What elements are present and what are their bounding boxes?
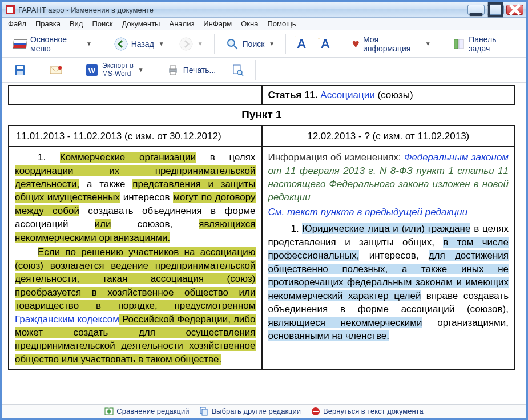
maximize-button[interactable] <box>487 5 504 15</box>
svg-rect-1 <box>489 3 502 16</box>
svg-rect-10 <box>17 71 23 75</box>
svg-line-5 <box>234 46 237 49</box>
svg-rect-0 <box>470 13 482 17</box>
menu-view[interactable]: Вид <box>65 18 88 30</box>
window-buttons <box>467 5 523 15</box>
svg-point-23 <box>107 410 111 413</box>
print-preview-button[interactable] <box>224 60 251 80</box>
font-increase-button[interactable]: A↑ <box>291 34 312 54</box>
close-button[interactable] <box>506 5 523 15</box>
return-to-text-button[interactable]: Вернуться в текст документа <box>311 407 424 416</box>
mail-button[interactable] <box>43 60 69 80</box>
my-info-button[interactable]: ♥ Моя информация ▼ <box>346 34 437 54</box>
chevron-down-icon: ▼ <box>138 67 144 73</box>
statusbar: Сравнение редакций Выбрать другие редакц… <box>2 404 526 418</box>
print-button[interactable]: Печать... <box>160 60 223 80</box>
federal-law-link[interactable]: Федеральным законом <box>404 152 509 163</box>
flag-icon <box>13 37 27 51</box>
task-panel-button[interactable]: Панель задач <box>446 34 521 54</box>
word-icon: W <box>85 63 99 77</box>
app-icon <box>6 5 15 14</box>
svg-rect-9 <box>17 66 23 69</box>
see-prev-link[interactable]: См. текст пункта в предыдущей редакции <box>268 205 509 219</box>
minimize-button[interactable] <box>467 5 485 15</box>
forward-button[interactable]: ▼ <box>173 34 209 54</box>
punkt-heading: Пункт 1 <box>9 104 515 125</box>
menu-edit[interactable]: Правка <box>31 18 65 30</box>
toolbar-secondary: W Экспорт вMS-Word ▼ Печать... <box>2 58 526 83</box>
menu-help[interactable]: Помощь <box>263 18 300 30</box>
menu-file[interactable]: Файл <box>3 18 31 30</box>
titlebar: ГАРАНТ аэро - Изменения в документе <box>2 2 526 18</box>
font-larger-icon: A↑ <box>297 37 306 51</box>
svg-point-19 <box>237 70 242 75</box>
mail-icon <box>49 63 63 77</box>
search-button[interactable]: Поиск ▼ <box>219 34 281 54</box>
svg-rect-25 <box>202 409 207 415</box>
chevron-down-icon: ▼ <box>198 41 203 47</box>
main-menu-button[interactable]: Основное меню ▼ <box>7 34 98 54</box>
menu-documents[interactable]: Документы <box>117 18 164 30</box>
back-icon <box>114 37 128 51</box>
panel-icon <box>453 37 465 51</box>
back-button[interactable]: Назад ▼ <box>108 34 171 54</box>
compare-editions-button[interactable]: Сравнение редакций <box>104 407 189 416</box>
menu-infarm[interactable]: ИнФарм <box>199 18 236 30</box>
choose-editions-button[interactable]: Выбрать другие редакции <box>199 407 301 416</box>
svg-rect-17 <box>170 72 176 75</box>
toolbar-main: Основное меню ▼ Назад ▼ ▼ Поиск ▼ <box>2 30 526 58</box>
svg-point-12 <box>58 66 62 70</box>
print-icon <box>166 63 180 77</box>
svg-text:W: W <box>88 66 96 75</box>
no-entry-icon <box>311 407 320 416</box>
font-smaller-icon: A↓ <box>321 37 330 51</box>
article-header-cell: Статья 11. Ассоциации (союзы) <box>262 86 515 104</box>
search-icon <box>225 37 239 51</box>
svg-point-4 <box>228 39 235 46</box>
date-range-right: 12.02.2013 - ? (с изм. от 11.02.2013) <box>262 126 515 147</box>
svg-rect-7 <box>459 39 463 48</box>
svg-point-2 <box>115 38 127 50</box>
comparison-table: Статья 11. Ассоциации (союзы) Пункт 1 11… <box>8 85 515 370</box>
export-word-button[interactable]: W Экспорт вMS-Word ▼ <box>79 60 150 80</box>
forward-icon <box>179 37 193 51</box>
date-range-left: 11.01.2013 - 11.02.2013 (с изм. от 30.12… <box>9 126 262 147</box>
chevron-down-icon: ▼ <box>86 41 92 47</box>
svg-point-3 <box>180 38 192 50</box>
window-title: ГАРАНТ аэро - Изменения в документе <box>18 6 154 14</box>
compare-icon <box>104 407 114 416</box>
svg-rect-27 <box>313 411 319 412</box>
document-content: Статья 11. Ассоциации (союзы) Пункт 1 11… <box>2 83 526 404</box>
font-decrease-button[interactable]: A↓ <box>315 34 336 54</box>
article-link[interactable]: Ассоциации <box>320 90 374 100</box>
old-version-cell: 1. Коммерческие организации в целях коор… <box>9 147 262 370</box>
chevron-down-icon: ▼ <box>159 41 164 47</box>
svg-line-20 <box>241 74 243 76</box>
disk-icon <box>13 63 27 77</box>
save-button[interactable] <box>7 60 33 80</box>
svg-rect-6 <box>454 39 458 48</box>
svg-rect-16 <box>170 66 176 69</box>
menubar: Файл Правка Вид Поиск Документы Анализ И… <box>2 18 526 30</box>
empty-cell <box>9 86 262 104</box>
chevron-down-icon: ▼ <box>425 41 431 47</box>
chevron-down-icon: ▼ <box>269 41 275 47</box>
menu-search[interactable]: Поиск <box>87 18 117 30</box>
menu-windows[interactable]: Окна <box>236 18 263 30</box>
app-window: ГАРАНТ аэро - Изменения в документе Файл… <box>2 2 526 418</box>
choose-icon <box>199 407 208 416</box>
civil-code-link[interactable]: Гражданским кодексом <box>15 314 119 325</box>
heart-icon: ♥ <box>352 38 360 50</box>
menu-analysis[interactable]: Анализ <box>164 18 199 30</box>
new-version-cell: Информация об изменениях: Федеральным за… <box>262 147 515 370</box>
print-preview-icon <box>231 63 244 77</box>
